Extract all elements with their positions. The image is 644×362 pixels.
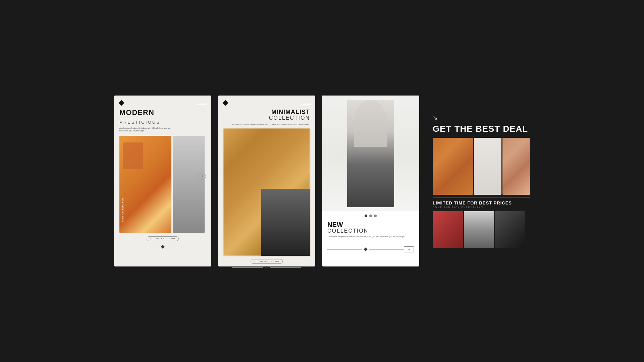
progress-line-right — [369, 249, 404, 250]
panel-image-bw-dark — [495, 211, 525, 248]
nav-label: 5+ — [408, 248, 410, 251]
dot-1 — [365, 215, 367, 217]
panel-section2-title: LIMITED TIME FOR BEST PRICES — [433, 200, 530, 205]
footer-diamond-2 — [265, 266, 268, 269]
card-new-collection: NEW COLLECTION A collection of splendid … — [322, 96, 419, 266]
card3-image — [322, 96, 419, 211]
footer-line-2b — [270, 267, 301, 268]
card2-title: MINIMALIST — [223, 109, 310, 115]
card3-content: NEW COLLECTION A collection of splendid … — [322, 217, 419, 242]
center-diamond — [364, 247, 367, 251]
dots-indicator — [322, 215, 419, 217]
diamond-icon-2 — [223, 100, 228, 106]
footer-line-2a — [232, 267, 263, 268]
panel-divider — [433, 197, 530, 198]
card-modern: — — MODERN PRESTIGIOUS A collection of s… — [114, 96, 211, 266]
card3-title: NEW — [327, 221, 414, 228]
dot-3 — [374, 215, 377, 217]
card1-image-right — [173, 136, 205, 233]
scroll-button-1[interactable]: ↓ — [199, 173, 206, 180]
card1-title-block: MODERN PRESTIGIOUS A collection of splen… — [119, 109, 206, 132]
page-container: — — MODERN PRESTIGIOUS A collection of s… — [0, 0, 644, 362]
footer-line-1 — [128, 243, 197, 243]
card1-subtitle: PRESTIGIOUS — [119, 120, 206, 125]
panel-images-top — [433, 138, 530, 195]
card1-image-text: MORE AWESOME NOW — [122, 198, 124, 222]
card-minimalist: — — MINIMALIST COLLECTION A collection o… — [218, 96, 315, 266]
card1-images: MORE AWESOME NOW — [119, 136, 206, 233]
dot-2 — [369, 215, 372, 217]
card2-images — [223, 128, 310, 256]
card1-description: A collection of splendid clothes with 50… — [119, 127, 173, 132]
woman-figure — [347, 100, 394, 207]
card2-footer: YOURWEBSITE.COM — [223, 259, 310, 268]
panel-image-brown — [502, 138, 530, 195]
footer-lines-2 — [232, 266, 301, 268]
right-panel: ↘ GET THE BEST DEAL LIMITED TIME FOR BES… — [433, 114, 530, 248]
panel-title: GET THE BEST DEAL — [433, 124, 530, 134]
card2-website: YOURWEBSITE.COM — [251, 259, 283, 264]
dash-icon-2: — — — [301, 101, 310, 106]
card1-footer: YOURWEBSITE.COM — [119, 236, 206, 248]
chevron-down-icon: ↓ — [202, 175, 203, 178]
card2-subtitle: COLLECTION — [223, 115, 310, 121]
card3-footer: 5+ — [322, 244, 419, 255]
arrow-diagonal-icon: ↘ — [433, 114, 530, 121]
panel-image-red-hat — [433, 211, 463, 248]
panel-images-bottom — [433, 211, 530, 248]
card2-description: A collection of splendid clothes with 50… — [223, 123, 310, 126]
progress-line-left — [327, 249, 362, 250]
dash-icon-1: — — — [197, 101, 206, 106]
footer-diamond-1 — [161, 245, 164, 248]
panel-image-white — [474, 138, 501, 195]
card1-header: — — — [119, 101, 206, 106]
title-underline-1 — [119, 118, 129, 118]
card2-header: — — — [223, 101, 310, 106]
card3-description: A collection of splendid clothes with 50… — [327, 235, 414, 238]
card2-title-block: MINIMALIST COLLECTION A collection of sp… — [223, 109, 310, 126]
panel-section2-subtitle: COME AND PICK EVERYTHING — [433, 206, 530, 208]
card2-image-overlay — [261, 189, 310, 256]
card1-website: YOURWEBSITE.COM — [147, 236, 179, 241]
panel-image-orange — [433, 138, 473, 195]
diamond-icon-1 — [119, 100, 124, 106]
panel-image-bw-man — [464, 211, 494, 248]
nav-button[interactable]: 5+ — [404, 246, 414, 252]
card1-image-left: MORE AWESOME NOW — [119, 136, 171, 233]
card1-title: MODERN — [119, 109, 206, 116]
card3-subtitle: COLLECTION — [327, 228, 414, 234]
